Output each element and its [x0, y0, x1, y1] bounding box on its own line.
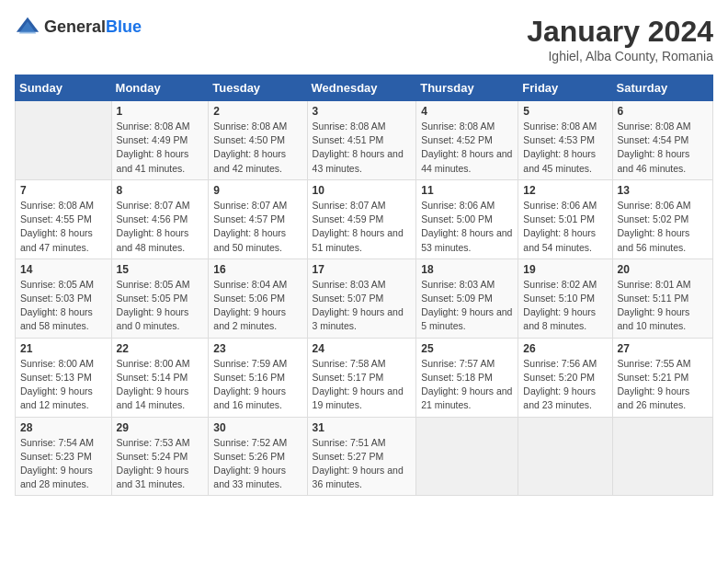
day-info: Sunrise: 8:01 AMSunset: 5:11 PMDaylight:…: [618, 278, 708, 334]
week-row-4: 21Sunrise: 8:00 AMSunset: 5:13 PMDayligh…: [16, 338, 713, 417]
day-number: 22: [117, 342, 204, 355]
logo-general: General: [44, 17, 106, 36]
page-header: GeneralBlue January 2024 Ighiel, Alba Co…: [15, 15, 713, 63]
week-row-3: 14Sunrise: 8:05 AMSunset: 5:03 PMDayligh…: [16, 259, 713, 338]
day-number: 20: [618, 263, 708, 276]
calendar-cell: 31Sunrise: 7:51 AMSunset: 5:27 PMDayligh…: [307, 417, 416, 496]
day-number: 3: [313, 105, 412, 118]
weekday-header-wednesday: Wednesday: [307, 75, 416, 101]
day-number: 29: [117, 421, 204, 434]
day-number: 23: [213, 342, 301, 355]
day-number: 26: [523, 342, 607, 355]
day-number: 10: [313, 184, 412, 197]
day-number: 28: [20, 421, 107, 434]
day-info: Sunrise: 8:02 AMSunset: 5:10 PMDaylight:…: [523, 278, 607, 334]
day-number: 14: [20, 263, 107, 276]
calendar-cell: 3Sunrise: 8:08 AMSunset: 4:51 PMDaylight…: [307, 101, 416, 180]
day-info: Sunrise: 7:57 AMSunset: 5:18 PMDaylight:…: [421, 357, 513, 413]
calendar-cell: 22Sunrise: 8:00 AMSunset: 5:14 PMDayligh…: [111, 338, 209, 417]
weekday-header-friday: Friday: [518, 75, 612, 101]
day-info: Sunrise: 7:53 AMSunset: 5:24 PMDaylight:…: [117, 436, 204, 492]
calendar-cell: 10Sunrise: 8:07 AMSunset: 4:59 PMDayligh…: [307, 179, 416, 259]
day-number: 8: [117, 184, 204, 197]
title-area: January 2024 Ighiel, Alba County, Romani…: [527, 15, 713, 63]
day-info: Sunrise: 8:06 AMSunset: 5:01 PMDaylight:…: [523, 199, 607, 255]
calendar-cell: 7Sunrise: 8:08 AMSunset: 4:55 PMDaylight…: [16, 179, 112, 259]
day-info: Sunrise: 8:05 AMSunset: 5:05 PMDaylight:…: [117, 278, 204, 334]
day-info: Sunrise: 8:07 AMSunset: 4:56 PMDaylight:…: [117, 199, 204, 255]
weekday-header-row: SundayMondayTuesdayWednesdayThursdayFrid…: [16, 75, 713, 101]
day-number: 21: [20, 342, 107, 355]
day-info: Sunrise: 7:55 AMSunset: 5:21 PMDaylight:…: [618, 357, 708, 413]
day-info: Sunrise: 7:52 AMSunset: 5:26 PMDaylight:…: [213, 436, 301, 492]
calendar-cell: 19Sunrise: 8:02 AMSunset: 5:10 PMDayligh…: [518, 259, 612, 338]
day-number: 15: [117, 263, 204, 276]
weekday-header-saturday: Saturday: [612, 75, 712, 101]
day-number: 27: [618, 342, 708, 355]
weekday-header-monday: Monday: [111, 75, 209, 101]
day-number: 25: [421, 342, 513, 355]
week-row-1: 1Sunrise: 8:08 AMSunset: 4:49 PMDaylight…: [16, 101, 713, 180]
day-info: Sunrise: 8:06 AMSunset: 5:02 PMDaylight:…: [618, 199, 708, 255]
logo-blue: Blue: [106, 17, 142, 36]
calendar-cell: 16Sunrise: 8:04 AMSunset: 5:06 PMDayligh…: [209, 259, 307, 338]
day-number: 24: [313, 342, 412, 355]
day-info: Sunrise: 8:08 AMSunset: 4:50 PMDaylight:…: [213, 120, 301, 176]
weekday-header-thursday: Thursday: [416, 75, 518, 101]
calendar-cell: 26Sunrise: 7:56 AMSunset: 5:20 PMDayligh…: [518, 338, 612, 417]
day-info: Sunrise: 8:07 AMSunset: 4:59 PMDaylight:…: [313, 199, 412, 255]
day-info: Sunrise: 7:54 AMSunset: 5:23 PMDaylight:…: [20, 436, 107, 492]
calendar-cell: 8Sunrise: 8:07 AMSunset: 4:56 PMDaylight…: [111, 179, 209, 259]
calendar-cell: [518, 417, 612, 496]
day-number: 31: [313, 421, 412, 434]
calendar-cell: 4Sunrise: 8:08 AMSunset: 4:52 PMDaylight…: [416, 101, 518, 180]
day-info: Sunrise: 8:08 AMSunset: 4:55 PMDaylight:…: [20, 199, 107, 255]
day-number: 12: [523, 184, 607, 197]
calendar-cell: 17Sunrise: 8:03 AMSunset: 5:07 PMDayligh…: [307, 259, 416, 338]
logo: GeneralBlue: [15, 15, 142, 40]
calendar-cell: [416, 417, 518, 496]
calendar-cell: 9Sunrise: 8:07 AMSunset: 4:57 PMDaylight…: [209, 179, 307, 259]
calendar-cell: [16, 101, 112, 180]
calendar-cell: 11Sunrise: 8:06 AMSunset: 5:00 PMDayligh…: [416, 179, 518, 259]
day-number: 30: [213, 421, 301, 434]
calendar-cell: 6Sunrise: 8:08 AMSunset: 4:54 PMDaylight…: [612, 101, 712, 180]
day-info: Sunrise: 8:05 AMSunset: 5:03 PMDaylight:…: [20, 278, 107, 334]
day-info: Sunrise: 8:08 AMSunset: 4:53 PMDaylight:…: [523, 120, 607, 176]
day-number: 13: [618, 184, 708, 197]
day-number: 6: [618, 105, 708, 118]
calendar-cell: 27Sunrise: 7:55 AMSunset: 5:21 PMDayligh…: [612, 338, 712, 417]
day-number: 19: [523, 263, 607, 276]
day-info: Sunrise: 7:51 AMSunset: 5:27 PMDaylight:…: [313, 436, 412, 492]
day-info: Sunrise: 8:08 AMSunset: 4:52 PMDaylight:…: [421, 120, 513, 176]
day-info: Sunrise: 7:59 AMSunset: 5:16 PMDaylight:…: [213, 357, 301, 413]
day-info: Sunrise: 8:08 AMSunset: 4:49 PMDaylight:…: [117, 120, 204, 176]
calendar-cell: 5Sunrise: 8:08 AMSunset: 4:53 PMDaylight…: [518, 101, 612, 180]
calendar-cell: 21Sunrise: 8:00 AMSunset: 5:13 PMDayligh…: [16, 338, 112, 417]
day-number: 18: [421, 263, 513, 276]
day-info: Sunrise: 8:04 AMSunset: 5:06 PMDaylight:…: [213, 278, 301, 334]
day-number: 4: [421, 105, 513, 118]
day-info: Sunrise: 8:06 AMSunset: 5:00 PMDaylight:…: [421, 199, 513, 255]
day-info: Sunrise: 8:03 AMSunset: 5:07 PMDaylight:…: [313, 278, 412, 334]
day-number: 1: [117, 105, 204, 118]
calendar-cell: 14Sunrise: 8:05 AMSunset: 5:03 PMDayligh…: [16, 259, 112, 338]
calendar-cell: 24Sunrise: 7:58 AMSunset: 5:17 PMDayligh…: [307, 338, 416, 417]
day-info: Sunrise: 7:58 AMSunset: 5:17 PMDaylight:…: [313, 357, 412, 413]
logo-icon: [15, 15, 40, 40]
main-title: January 2024: [527, 15, 713, 49]
calendar-cell: 23Sunrise: 7:59 AMSunset: 5:16 PMDayligh…: [209, 338, 307, 417]
calendar-cell: 30Sunrise: 7:52 AMSunset: 5:26 PMDayligh…: [209, 417, 307, 496]
day-number: 5: [523, 105, 607, 118]
day-number: 11: [421, 184, 513, 197]
sub-title: Ighiel, Alba County, Romania: [527, 49, 713, 63]
calendar-cell: 12Sunrise: 8:06 AMSunset: 5:01 PMDayligh…: [518, 179, 612, 259]
day-info: Sunrise: 8:03 AMSunset: 5:09 PMDaylight:…: [421, 278, 513, 334]
week-row-5: 28Sunrise: 7:54 AMSunset: 5:23 PMDayligh…: [16, 417, 713, 496]
calendar-cell: 18Sunrise: 8:03 AMSunset: 5:09 PMDayligh…: [416, 259, 518, 338]
week-row-2: 7Sunrise: 8:08 AMSunset: 4:55 PMDaylight…: [16, 179, 713, 259]
calendar-cell: 28Sunrise: 7:54 AMSunset: 5:23 PMDayligh…: [16, 417, 112, 496]
calendar-cell: 20Sunrise: 8:01 AMSunset: 5:11 PMDayligh…: [612, 259, 712, 338]
day-number: 17: [313, 263, 412, 276]
day-number: 9: [213, 184, 301, 197]
